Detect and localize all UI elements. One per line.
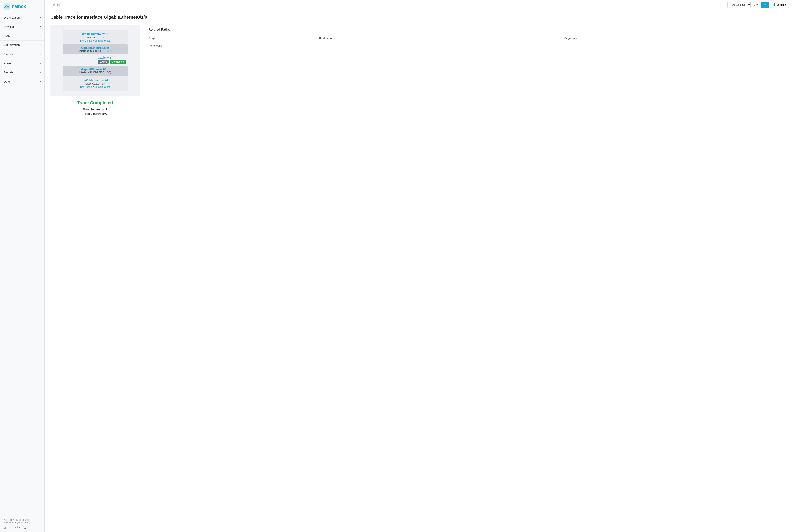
sidebar-item-label: Secrets [4,71,13,74]
terminal-icon[interactable]: □ [4,526,6,530]
device2-site-link[interactable]: DM-Buffalo [80,86,92,89]
chevron-down-icon: ▾ [40,53,41,56]
trace-diagram-area: dmi01-buffalo-rtr01 Cisco ISR 1111-8P DM… [50,25,140,116]
chevron-down-icon: ▾ [40,25,41,28]
sidebar-nav: Organization ▾ Devices ▾ IPAM ▾ Virtuali… [0,13,44,516]
device1-group: dmi01-buffalo-rtr01 Cisco ISR 1111-8P DM… [62,30,128,54]
related-paths-panel: Related Paths Origin Destination Segment… [145,25,786,50]
sidebar: netbox Organization ▾ Devices ▾ IPAM ▾ V… [0,0,45,532]
trace-completed: Trace Completed Total Segments: 1 Total … [77,100,113,116]
search-input[interactable] [48,2,727,8]
cable-line: Cable #41 CAT5e Connected [62,54,128,66]
sidebar-item-organization[interactable]: Organization ▾ [0,13,44,22]
interface1-type: Interface 1000BASE-T (1GE) [67,50,124,52]
main-content: All Objects ⊟ ▾ 🔍 👤 admin ▾ Cable Trace … [45,0,792,532]
col-origin: Origin [145,35,315,42]
none-found-cell: None found [145,42,786,50]
cable-name-link[interactable]: Cable #41 [98,56,126,59]
sidebar-footer: 2021-04-26 07:53:22 UTC foda-se.local (v… [0,516,44,532]
cable-status-badge: Connected [110,60,126,64]
svg-point-2 [6,5,7,6]
sidebar-item-ipam[interactable]: IPAM ▾ [0,32,44,41]
user-label: admin [777,3,784,6]
interface1-box: GigabitEthernet0/1/0 Interface 1000BASE-… [62,44,128,54]
col-segments: Segments [561,35,786,42]
chevron-down-icon: ▾ [40,71,41,74]
cable-connector: Cable #41 CAT5e Connected [62,54,128,66]
sidebar-item-circuits[interactable]: Circuits ▾ [0,50,44,59]
footer-timestamp: 2021-04-26 07:53:22 UTC [4,519,41,521]
cable-badges: CAT5e Connected [98,60,126,64]
logo-text: netbox [12,4,26,9]
trace-segments: Total Segments: 1 [77,107,113,112]
device1-name-link[interactable]: dmi01-buffalo-rtr01 [67,33,124,36]
table-row-none: None found [145,42,786,50]
device1-site-link[interactable]: DM-Buffalo [80,39,92,42]
plus-circle-icon[interactable]: ⊕ [23,526,26,530]
sidebar-item-devices[interactable]: Devices ▾ [0,22,44,32]
chevron-down-icon: ▾ [40,80,41,83]
sidebar-item-label: Organization [4,16,20,19]
topbar-right: All Objects ⊟ ▾ 🔍 👤 admin ▾ [729,2,789,8]
json-icon[interactable]: {} [10,526,12,530]
device1-location-link[interactable]: Comms closet [94,39,110,42]
svg-point-3 [8,7,10,8]
cable-type-badge: CAT5e [98,60,109,64]
sidebar-item-label: Virtualization [4,43,20,47]
sidebar-item-label: Devices [4,25,14,28]
sidebar-item-virtualization[interactable]: Virtualization ▾ [0,41,44,50]
trace-length: Total Length: N/A [77,112,113,116]
cable-label: Cable #41 CAT5e Connected [98,56,126,64]
trace-diagram: dmi01-buffalo-rtr01 Cisco ISR 1111-8P DM… [50,25,140,96]
interface2-name-link[interactable]: GigabitEthernet1/0/1 [67,68,124,71]
svg-point-1 [4,7,5,8]
topbar: All Objects ⊟ ▾ 🔍 👤 admin ▾ [45,0,792,10]
footer-icons: □ {} </> ⊕ [4,526,41,530]
sidebar-item-power[interactable]: Power ▾ [0,59,44,68]
sidebar-item-label: IPAM [4,34,11,38]
content-grid: dmi01-buffalo-rtr01 Cisco ISR 1111-8P DM… [50,25,786,116]
device2-location-link[interactable]: Comms closet [94,86,110,89]
sidebar-item-secrets[interactable]: Secrets ▾ [0,68,44,77]
page-body: Cable Trace for Interface GigabitEtherne… [45,10,792,532]
chevron-down-icon: ▾ [40,35,41,37]
user-icon: 👤 [773,3,776,6]
interface2-box: GigabitEthernet1/0/1 Interface 1000BASE-… [62,66,128,76]
footer-host: foda-se.local (v2.12-beta1) [4,521,41,524]
device1-model: Cisco ISR 1111-8P [67,36,124,39]
sidebar-item-label: Power [4,62,12,65]
device2-group: GigabitEthernet1/0/1 Interface 1000BASE-… [62,66,128,91]
chevron-down-icon: ▾ [40,16,41,19]
chevron-down-icon: ▾ [40,44,41,46]
search-button[interactable]: 🔍 [761,2,769,8]
interface2-type: Interface 1000BASE-T (1GE) [67,71,124,74]
related-paths-title: Related Paths [145,25,786,35]
related-paths-table: Origin Destination Segments None found [145,35,786,50]
user-chevron-icon: ▾ [785,3,786,6]
code-icon[interactable]: </> [15,526,20,530]
sidebar-item-label: Other [4,80,11,83]
filter-button[interactable]: ⊟ ▾ [751,2,760,8]
page-title: Cable Trace for Interface GigabitEtherne… [50,15,786,20]
device2-name-link[interactable]: dmi01-buffalo-sw01 [67,79,124,82]
device2-location: DM-Buffalo / Comms closet [67,86,124,89]
trace-completed-title: Trace Completed [77,100,113,106]
netbox-logo-icon [4,3,10,10]
sidebar-item-label: Circuits [4,53,13,56]
device2-info: dmi01-buffalo-sw01 Cisco C9200-48P DM-Bu… [62,76,128,91]
chevron-down-icon: ▾ [40,62,41,65]
user-menu-button[interactable]: 👤 admin ▾ [770,2,789,8]
sidebar-item-other[interactable]: Other ▾ [0,77,44,86]
device1-location: DM-Buffalo / Comms closet [67,39,124,42]
interface1-name-link[interactable]: GigabitEthernet0/1/0 [67,46,124,50]
col-destination: Destination [315,35,561,42]
device2-model: Cisco C9200-48P [67,82,124,85]
all-objects-select[interactable]: All Objects [729,2,751,8]
cable-vertical-line [95,54,95,66]
logo: netbox [0,0,44,13]
